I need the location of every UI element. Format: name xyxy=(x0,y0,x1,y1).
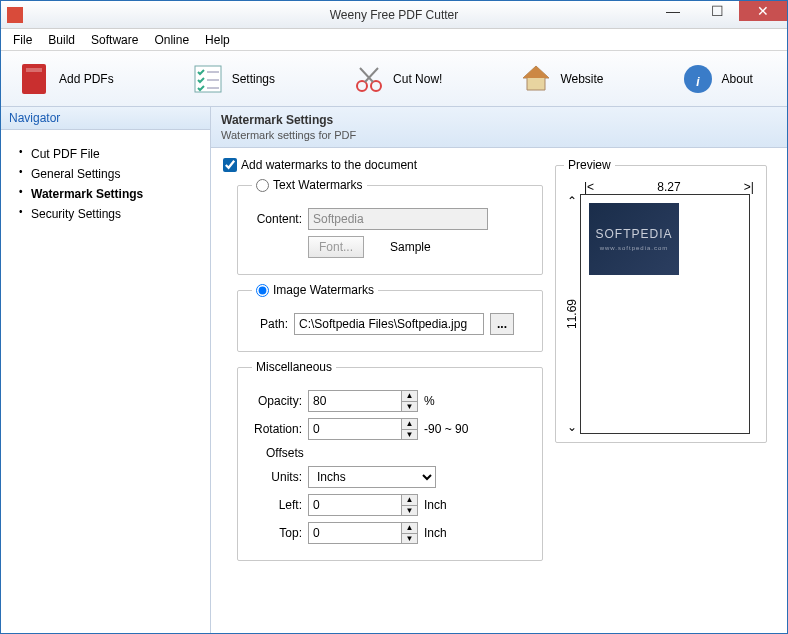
sidebar-item-general[interactable]: General Settings xyxy=(17,164,202,184)
font-button[interactable]: Font... xyxy=(308,236,364,258)
opacity-spinner[interactable]: ▲▼ xyxy=(308,390,418,412)
page-width: 8.27 xyxy=(657,180,680,194)
menu-file[interactable]: File xyxy=(5,31,40,49)
pdf-icon xyxy=(17,61,53,97)
unit-label: Inch xyxy=(424,526,447,540)
top-label: Top: xyxy=(266,526,302,540)
sidebar: Navigator Cut PDF File General Settings … xyxy=(1,107,211,633)
page-title: Watermark Settings xyxy=(221,113,777,127)
minimize-button[interactable]: — xyxy=(651,1,695,21)
toolbar-website[interactable]: Website xyxy=(510,57,611,101)
sidebar-item-security[interactable]: Security Settings xyxy=(17,204,202,224)
scissors-icon xyxy=(351,61,387,97)
toolbar-label: Website xyxy=(560,72,603,86)
spin-down-icon[interactable]: ▼ xyxy=(401,506,417,516)
left-label: Left: xyxy=(266,498,302,512)
sample-label: Sample xyxy=(390,240,431,254)
units-select[interactable]: Inchs xyxy=(308,466,436,488)
app-icon xyxy=(7,7,23,23)
page-subtitle: Watermark settings for PDF xyxy=(221,129,777,141)
image-watermarks-group: Image Watermarks Path: ... xyxy=(237,283,543,352)
opacity-unit: % xyxy=(424,394,435,408)
path-input[interactable] xyxy=(294,313,484,335)
add-watermarks-label: Add watermarks to the document xyxy=(241,158,417,172)
preview-group: Preview |<8.27>| ⌃11.69⌄ SOFTPEDIA www.s… xyxy=(555,158,767,443)
toolbar-add-pdfs[interactable]: Add PDFs xyxy=(9,57,122,101)
add-watermarks-checkbox[interactable] xyxy=(223,158,237,172)
info-icon: i xyxy=(680,61,716,97)
spin-up-icon[interactable]: ▲ xyxy=(401,495,417,506)
sidebar-item-watermark[interactable]: Watermark Settings xyxy=(17,184,202,204)
maximize-button[interactable]: ☐ xyxy=(695,1,739,21)
menu-build[interactable]: Build xyxy=(40,31,83,49)
page-height: 11.69 xyxy=(565,299,579,329)
watermark-preview: SOFTPEDIA www.softpedia.com xyxy=(589,203,679,275)
sidebar-header: Navigator xyxy=(1,107,210,130)
titlebar: Weeny Free PDF Cutter — ☐ ✕ xyxy=(1,1,787,29)
close-button[interactable]: ✕ xyxy=(739,1,787,21)
svg-point-2 xyxy=(357,81,367,91)
text-watermarks-radio[interactable] xyxy=(256,179,269,192)
spin-up-icon[interactable]: ▲ xyxy=(401,419,417,430)
rotation-label: Rotation: xyxy=(252,422,302,436)
preview-page: SOFTPEDIA www.softpedia.com xyxy=(580,194,750,434)
watermark-subtext: www.softpedia.com xyxy=(600,245,669,251)
preview-legend: Preview xyxy=(564,158,615,172)
menubar: File Build Software Online Help xyxy=(1,29,787,51)
menu-software[interactable]: Software xyxy=(83,31,146,49)
misc-legend: Miscellaneous xyxy=(252,360,336,374)
offsets-legend: Offsets xyxy=(266,446,532,460)
opacity-label: Opacity: xyxy=(252,394,302,408)
toolbar: Add PDFs Settings Cut Now! Website i Abo… xyxy=(1,51,787,107)
main-header: Watermark Settings Watermark settings fo… xyxy=(211,107,787,148)
toolbar-label: Cut Now! xyxy=(393,72,442,86)
checklist-icon xyxy=(190,61,226,97)
left-spinner[interactable]: ▲▼ xyxy=(308,494,418,516)
sidebar-item-cut-pdf[interactable]: Cut PDF File xyxy=(17,144,202,164)
spin-down-icon[interactable]: ▼ xyxy=(401,534,417,544)
toolbar-label: Settings xyxy=(232,72,275,86)
spin-down-icon[interactable]: ▼ xyxy=(401,402,417,412)
rotation-range: -90 ~ 90 xyxy=(424,422,468,436)
spin-up-icon[interactable]: ▲ xyxy=(401,391,417,402)
toolbar-cut-now[interactable]: Cut Now! xyxy=(343,57,450,101)
text-watermarks-group: Text Watermarks Content: Font... Sample xyxy=(237,178,543,275)
path-label: Path: xyxy=(252,317,288,331)
house-icon xyxy=(518,61,554,97)
toolbar-label: Add PDFs xyxy=(59,72,114,86)
top-spinner[interactable]: ▲▼ xyxy=(308,522,418,544)
toolbar-settings[interactable]: Settings xyxy=(182,57,283,101)
window-title: Weeny Free PDF Cutter xyxy=(330,8,458,22)
units-label: Units: xyxy=(266,470,302,484)
image-watermarks-legend: Image Watermarks xyxy=(273,283,374,297)
rotation-spinner[interactable]: ▲▼ xyxy=(308,418,418,440)
toolbar-label: About xyxy=(722,72,753,86)
menu-help[interactable]: Help xyxy=(197,31,238,49)
content-label: Content: xyxy=(252,212,302,226)
spin-down-icon[interactable]: ▼ xyxy=(401,430,417,440)
miscellaneous-group: Miscellaneous Opacity: ▲▼ % Rotation: ▲▼… xyxy=(237,360,543,561)
menu-online[interactable]: Online xyxy=(146,31,197,49)
spin-up-icon[interactable]: ▲ xyxy=(401,523,417,534)
image-watermarks-radio[interactable] xyxy=(256,284,269,297)
content-input[interactable] xyxy=(308,208,488,230)
text-watermarks-legend: Text Watermarks xyxy=(273,178,363,192)
ruler-horizontal: |<8.27>| xyxy=(564,180,758,194)
browse-button[interactable]: ... xyxy=(490,313,514,335)
ruler-vertical: ⌃11.69⌄ xyxy=(564,194,580,434)
toolbar-about[interactable]: i About xyxy=(672,57,761,101)
svg-point-3 xyxy=(371,81,381,91)
watermark-text: SOFTPEDIA xyxy=(595,227,672,241)
unit-label: Inch xyxy=(424,498,447,512)
